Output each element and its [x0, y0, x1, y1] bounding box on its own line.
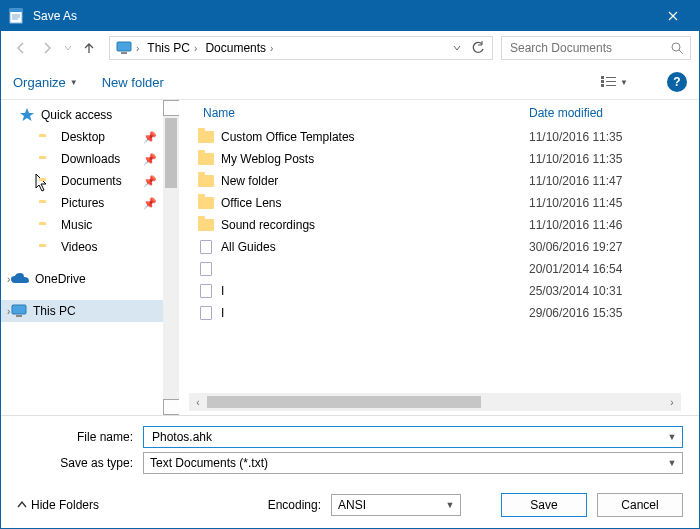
savetype-label: Save as type: — [17, 456, 137, 470]
list-item[interactable]: Office Lens11/10/2016 11:45 — [189, 192, 699, 214]
hide-folders-button[interactable]: Hide Folders — [17, 498, 99, 512]
list-item[interactable]: I29/06/2016 15:35 — [189, 302, 699, 324]
sidebar-item-quick-access[interactable]: Quick access — [1, 104, 179, 126]
new-folder-button[interactable]: New folder — [102, 75, 164, 90]
sidebar-item-videos[interactable]: Videos — [1, 236, 179, 258]
sidebar-item-label: Videos — [61, 240, 97, 254]
sidebar-item-this-pc[interactable]: › This PC — [1, 300, 179, 322]
crumb-root[interactable]: › — [112, 37, 143, 59]
sidebar-item-label: Pictures — [61, 196, 104, 210]
svg-line-8 — [679, 50, 683, 54]
list-item[interactable]: New folder11/10/2016 11:47 — [189, 170, 699, 192]
refresh-button[interactable] — [466, 41, 490, 55]
sidebar-item-downloads[interactable]: Downloads 📌 — [1, 148, 179, 170]
svg-rect-13 — [601, 84, 604, 87]
crumb-label: This PC — [147, 41, 190, 55]
file-icon — [200, 262, 212, 276]
chevron-down-icon[interactable]: ▼ — [664, 432, 680, 442]
file-name: I — [215, 284, 529, 298]
sidebar-item-desktop[interactable]: Desktop 📌 — [1, 126, 179, 148]
search-input[interactable] — [508, 40, 671, 56]
scroll-thumb[interactable] — [165, 118, 177, 188]
organize-menu[interactable]: Organize ▼ — [13, 75, 78, 90]
new-folder-label: New folder — [102, 75, 164, 90]
cancel-button[interactable]: Cancel — [597, 493, 683, 517]
list-item[interactable]: My Weblog Posts11/10/2016 11:35 — [189, 148, 699, 170]
recent-dropdown[interactable] — [61, 36, 75, 60]
back-button[interactable] — [9, 36, 33, 60]
sidebar-item-onedrive[interactable]: › OneDrive — [1, 268, 179, 290]
organize-label: Organize — [13, 75, 66, 90]
sidebar-item-label: Desktop — [61, 130, 105, 144]
address-bar[interactable]: › This PC › Documents › — [109, 36, 493, 60]
refresh-icon — [471, 41, 485, 55]
file-date: 11/10/2016 11:35 — [529, 130, 699, 144]
window-title: Save As — [33, 9, 651, 23]
encoding-label: Encoding: — [268, 498, 321, 512]
scroll-down-icon: ▼ — [163, 399, 179, 415]
file-name: Office Lens — [215, 196, 529, 210]
svg-rect-12 — [606, 81, 616, 82]
help-button[interactable]: ? — [667, 72, 687, 92]
nav-row: › This PC › Documents › — [1, 31, 699, 65]
filename-input[interactable] — [150, 429, 664, 445]
search-box[interactable] — [501, 36, 691, 60]
chevron-up-icon — [17, 500, 27, 510]
file-name: I — [215, 306, 529, 320]
file-date: 11/10/2016 11:35 — [529, 152, 699, 166]
list-item[interactable]: All Guides30/06/2016 19:27 — [189, 236, 699, 258]
sidebar-item-music[interactable]: Music — [1, 214, 179, 236]
list-item[interactable]: I25/03/2014 10:31 — [189, 280, 699, 302]
svg-rect-11 — [601, 80, 604, 83]
view-options[interactable]: ▼ — [596, 73, 633, 91]
file-area: Name Date modified Custom Office Templat… — [179, 100, 699, 415]
up-button[interactable] — [77, 36, 101, 60]
column-date[interactable]: Date modified — [529, 106, 699, 120]
list-item[interactable]: Sound recordings11/10/2016 11:46 — [189, 214, 699, 236]
sidebar-item-label: OneDrive — [35, 272, 86, 286]
sidebar-item-label: Documents — [61, 174, 122, 188]
pin-icon: 📌 — [143, 175, 157, 188]
savetype-field[interactable]: Text Documents (*.txt) ▼ — [143, 452, 683, 474]
pc-icon — [11, 304, 27, 318]
sidebar-item-label: Downloads — [61, 152, 120, 166]
filename-label: File name: — [17, 430, 137, 444]
crumb-documents[interactable]: Documents › — [201, 37, 277, 59]
file-date: 11/10/2016 11:46 — [529, 218, 699, 232]
file-name: New folder — [215, 174, 529, 188]
sidebar-scrollbar[interactable]: ▲ ▼ — [163, 100, 179, 415]
sidebar-item-documents[interactable]: Documents 📌 — [1, 170, 179, 192]
crumb-this-pc[interactable]: This PC › — [143, 37, 201, 59]
chevron-down-icon[interactable]: ▼ — [664, 458, 680, 468]
svg-rect-15 — [12, 305, 26, 314]
filename-field[interactable]: ▼ — [143, 426, 683, 448]
svg-rect-9 — [601, 76, 604, 79]
chevron-right-icon: › — [194, 43, 197, 54]
arrow-right-icon — [40, 41, 54, 55]
list-item[interactable]: Custom Office Templates11/10/2016 11:35 — [189, 126, 699, 148]
close-button[interactable] — [651, 1, 695, 31]
encoding-field[interactable]: ANSI ▼ — [331, 494, 461, 516]
chevron-right-icon: › — [136, 43, 139, 54]
sidebar-item-pictures[interactable]: Pictures 📌 — [1, 192, 179, 214]
file-icon — [200, 284, 212, 298]
close-icon — [668, 11, 678, 21]
file-name: Sound recordings — [215, 218, 529, 232]
chevron-down-icon — [64, 44, 72, 52]
list-item[interactable]: 20/01/2014 16:54 — [189, 258, 699, 280]
svg-rect-6 — [121, 52, 127, 54]
file-icon — [200, 240, 212, 254]
forward-button[interactable] — [35, 36, 59, 60]
file-date: 29/06/2016 15:35 — [529, 306, 699, 320]
folder-icon — [198, 153, 214, 165]
file-date: 11/10/2016 11:45 — [529, 196, 699, 210]
address-dropdown[interactable] — [448, 36, 466, 60]
horizontal-scrollbar[interactable]: ‹ › — [189, 393, 681, 411]
save-button[interactable]: Save — [501, 493, 587, 517]
column-name[interactable]: Name — [195, 106, 529, 120]
file-list[interactable]: Custom Office Templates11/10/2016 11:35 … — [179, 126, 699, 391]
body: Quick access Desktop 📌 Downloads 📌 Docum… — [1, 99, 699, 415]
titlebar: Save As — [1, 1, 699, 31]
scroll-thumb[interactable] — [207, 396, 481, 408]
chevron-down-icon[interactable]: ▼ — [442, 500, 458, 510]
